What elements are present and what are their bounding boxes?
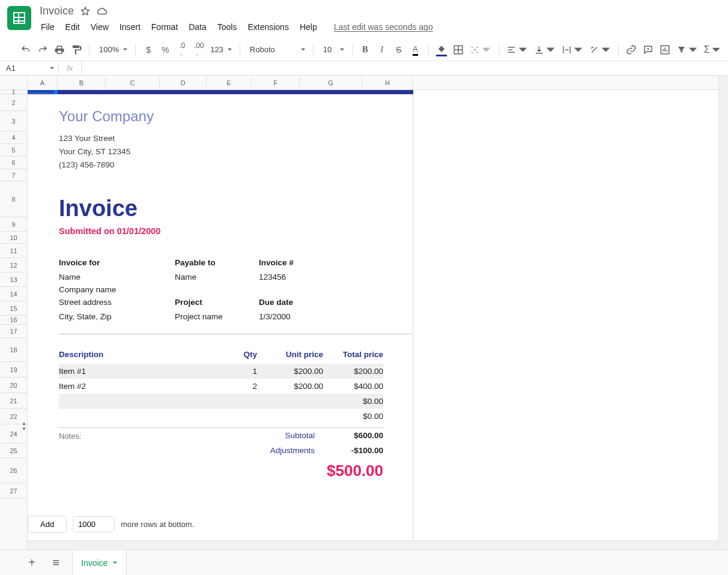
adjustments-value[interactable]: -$100.00: [323, 446, 383, 455]
col-qty[interactable]: Qty: [215, 350, 257, 359]
invoice-number[interactable]: 123456: [259, 271, 349, 283]
row-header-10[interactable]: 10: [0, 232, 27, 244]
borders-button[interactable]: [450, 42, 466, 58]
invoice-heading[interactable]: Invoice: [59, 196, 411, 221]
menu-edit[interactable]: Edit: [61, 20, 85, 34]
horizontal-scrollbar[interactable]: [28, 540, 718, 550]
row-header-26[interactable]: 26: [0, 458, 27, 483]
label-invoice-num[interactable]: Invoice #: [259, 256, 349, 271]
more-formats-combo[interactable]: 123: [208, 42, 235, 58]
doc-title[interactable]: Invoice: [40, 5, 74, 17]
add-rows-input[interactable]: [73, 516, 115, 532]
row-expand-icon[interactable]: ▲▼: [20, 421, 28, 432]
row-header-16[interactable]: 16: [0, 316, 27, 325]
col-header-E[interactable]: E: [207, 76, 252, 89]
row-header-1[interactable]: 1: [0, 90, 27, 94]
formula-bar[interactable]: [82, 61, 728, 75]
menu-extensions[interactable]: Extensions: [243, 20, 293, 34]
sheets-logo-icon[interactable]: [7, 6, 31, 30]
merge-button[interactable]: [467, 42, 494, 58]
valign-button[interactable]: [532, 42, 558, 58]
row-header-7[interactable]: 7: [0, 169, 27, 181]
row-header-11[interactable]: 11: [0, 244, 27, 258]
filter-button[interactable]: [674, 42, 700, 58]
halign-button[interactable]: [504, 42, 530, 58]
row-header-8[interactable]: 8: [0, 181, 27, 217]
percent-button[interactable]: %: [157, 42, 173, 58]
company-citystate[interactable]: Your City, ST 12345: [59, 145, 411, 158]
company-phone[interactable]: (123) 456-7890: [59, 158, 411, 172]
dec-increase-button[interactable]: .00→: [191, 42, 207, 58]
line-item[interactable]: $0.00: [59, 394, 383, 409]
row-header-20[interactable]: 20: [0, 378, 27, 393]
functions-button[interactable]: Σ: [702, 42, 723, 58]
line-item[interactable]: $0.00: [59, 409, 383, 424]
col-description[interactable]: Description: [59, 350, 215, 359]
menu-data[interactable]: Data: [184, 20, 211, 34]
row-header-6[interactable]: 6: [0, 157, 27, 169]
font-size-combo[interactable]: 10: [318, 42, 347, 58]
col-total[interactable]: Total price: [323, 350, 383, 359]
col-header-D[interactable]: D: [160, 76, 207, 89]
menu-format[interactable]: Format: [147, 20, 183, 34]
menu-help[interactable]: Help: [295, 20, 322, 34]
for-street[interactable]: Street address: [59, 296, 175, 310]
row-header-14[interactable]: 14: [0, 287, 27, 301]
menu-view[interactable]: View: [86, 20, 114, 34]
col-header-A[interactable]: A: [28, 76, 58, 89]
font-combo[interactable]: Roboto: [245, 42, 308, 58]
subtotal-value[interactable]: $600.00: [323, 431, 383, 440]
bold-button[interactable]: B: [357, 42, 373, 58]
adjustments-label[interactable]: Adjustments: [179, 446, 323, 455]
text-color-button[interactable]: A: [408, 42, 423, 58]
name-box[interactable]: A1: [0, 61, 59, 75]
row-header-15[interactable]: 15: [0, 301, 27, 316]
paint-format-button[interactable]: [68, 42, 84, 58]
fill-color-button[interactable]: [434, 42, 449, 58]
company-name[interactable]: Your Company: [59, 108, 411, 125]
row-header-18[interactable]: 18: [0, 338, 27, 362]
project-name[interactable]: Project name: [175, 310, 259, 323]
line-item[interactable]: Item #22$200.00$400.00: [59, 379, 383, 394]
label-project[interactable]: Project: [175, 296, 259, 310]
payable-name[interactable]: Name: [175, 271, 259, 283]
star-icon[interactable]: [80, 6, 91, 17]
cloud-saved-icon[interactable]: [97, 6, 108, 17]
vertical-scrollbar[interactable]: [718, 76, 728, 550]
currency-button[interactable]: $: [141, 42, 156, 58]
menu-insert[interactable]: Insert: [115, 20, 145, 34]
notes-label[interactable]: Notes:: [59, 428, 179, 458]
all-sheets-button[interactable]: ≡: [48, 556, 64, 570]
menu-tools[interactable]: Tools: [213, 20, 242, 34]
submitted-date[interactable]: Submitted on 01/01/2000: [59, 226, 411, 236]
add-sheet-button[interactable]: +: [24, 556, 40, 570]
row-headers[interactable]: 12345678910111213141516171819202122▲▼242…: [0, 76, 28, 575]
for-name[interactable]: Name: [59, 271, 175, 283]
row-header-25[interactable]: 25: [0, 444, 27, 458]
row-header-4[interactable]: 4: [0, 131, 27, 144]
row-header-9[interactable]: 9: [0, 217, 27, 232]
dec-decrease-button[interactable]: .0←: [174, 42, 190, 58]
row-header-12[interactable]: 12: [0, 258, 27, 272]
label-payable-to[interactable]: Payable to: [175, 256, 259, 271]
italic-button[interactable]: I: [374, 42, 390, 58]
chart-button[interactable]: [657, 42, 673, 58]
link-button[interactable]: [623, 42, 639, 58]
line-item[interactable]: Item #11$200.00$200.00: [59, 364, 383, 379]
add-rows-button[interactable]: Add: [28, 516, 67, 533]
redo-button[interactable]: [35, 42, 50, 58]
col-header-B[interactable]: B: [58, 76, 106, 89]
label-invoice-for[interactable]: Invoice for: [59, 256, 175, 271]
company-street[interactable]: 123 Your Street: [59, 132, 411, 145]
column-headers[interactable]: ABCDEFGH: [28, 76, 728, 90]
for-csz[interactable]: City, State, Zip: [59, 310, 175, 323]
zoom-combo[interactable]: 100%: [94, 42, 130, 58]
col-header-H[interactable]: H: [362, 76, 413, 89]
row-header-21[interactable]: 21: [0, 393, 27, 409]
sheet-tab[interactable]: Invoice: [72, 550, 127, 575]
row-header-17[interactable]: 17: [0, 325, 27, 338]
row-header-19[interactable]: 19: [0, 362, 27, 378]
for-company[interactable]: Company name: [59, 283, 175, 296]
menu-file[interactable]: File: [36, 20, 59, 34]
col-header-C[interactable]: C: [106, 76, 160, 89]
